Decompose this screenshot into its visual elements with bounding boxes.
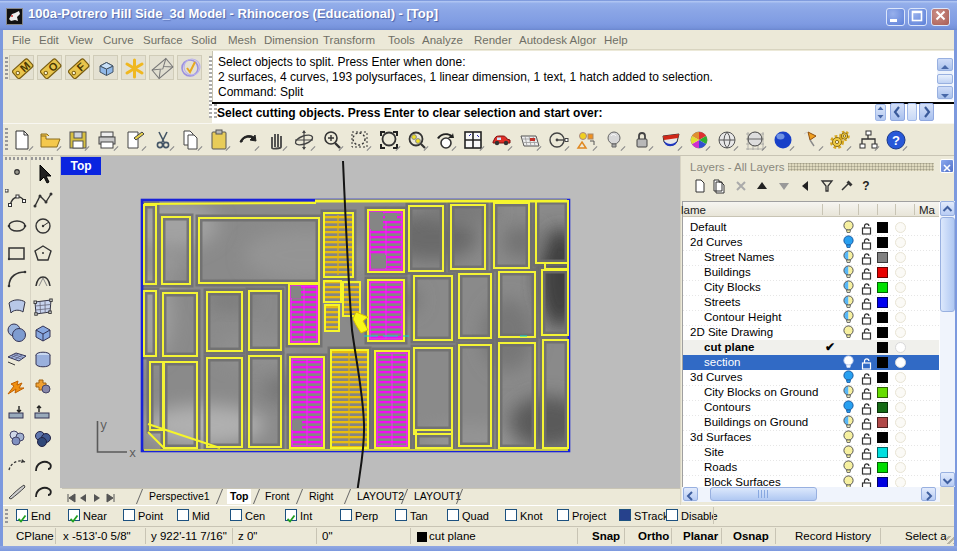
svg-text:y: y <box>100 419 107 433</box>
svg-text:?: ? <box>862 179 869 193</box>
svg-text:?: ? <box>892 133 900 148</box>
svg-text:x: x <box>129 447 136 461</box>
